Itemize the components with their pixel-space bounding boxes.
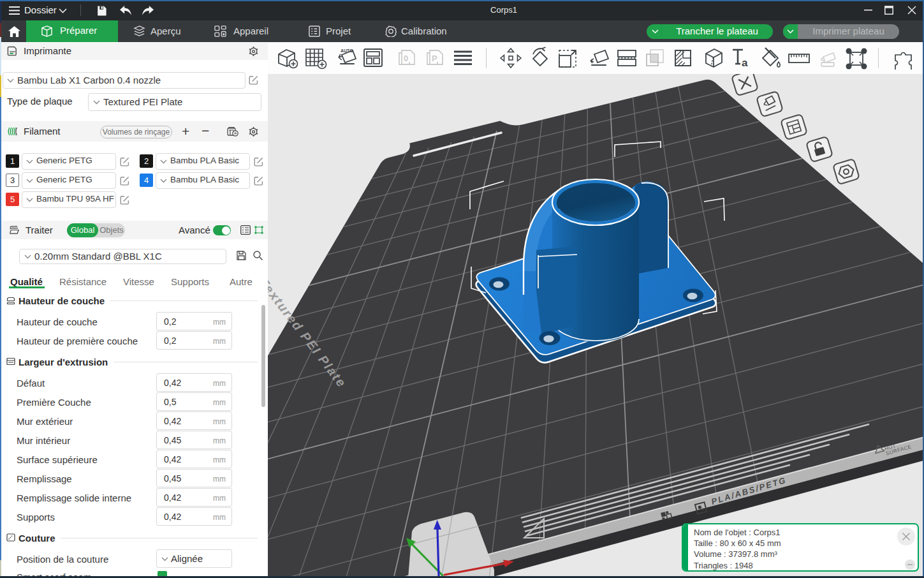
svg-text:P: P <box>432 54 437 63</box>
svg-text:a: a <box>742 57 748 69</box>
svg-text:0: 0 <box>404 54 408 63</box>
svg-text:AUTO: AUTO <box>341 48 353 53</box>
